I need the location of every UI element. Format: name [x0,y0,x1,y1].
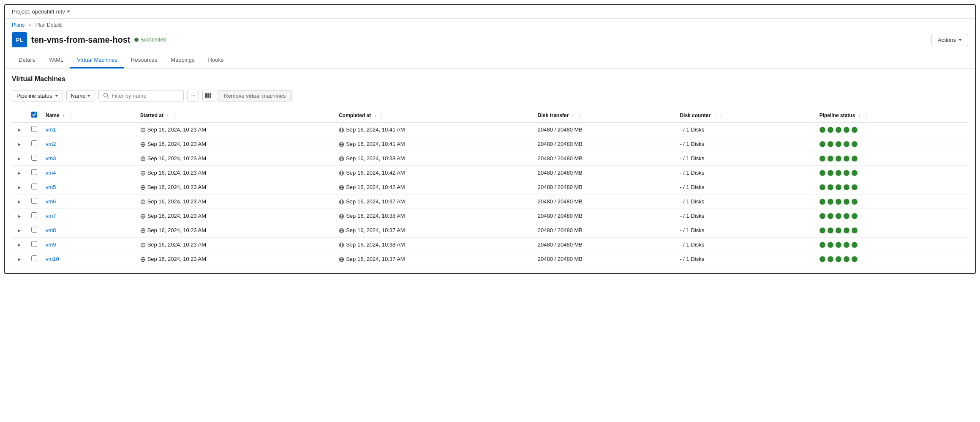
started-sort-icon[interactable]: ↕ [166,113,169,118]
actions-label: Actions [938,37,956,43]
row-disk-counter-cell: - / 1 Disks [675,252,815,266]
row-expand-button[interactable]: ▸ [16,170,23,176]
row-started-cell: Sep 16, 2024, 10:23 AM [136,151,335,166]
pipeline-dot-icon [836,141,841,147]
search-input[interactable] [112,93,179,99]
status-badge: Succeeded [134,37,166,43]
disk-transfer-sort-icon[interactable]: ↕ [572,113,574,118]
name-filter-label: Name [71,93,86,99]
row-checkbox[interactable] [31,184,37,189]
pipeline-dot-icon [844,156,849,162]
completed-sort-icon[interactable]: ↕ [374,113,377,118]
pipeline-dot-icon [828,256,833,262]
globe-icon [140,242,146,248]
pipeline-dot-icon [852,213,858,219]
tab-virtual-machines[interactable]: Virtual Machines [70,52,124,69]
pipeline-dot-icon [844,227,849,233]
search-arrow-button[interactable]: → [187,90,199,101]
row-checkbox[interactable] [31,155,37,161]
row-checkbox[interactable] [31,140,37,146]
project-selector[interactable]: Project: openshift-mtv [12,8,70,15]
pipeline-dot-icon [836,156,841,162]
table-row: ▸vm2Sep 16, 2024, 10:23 AMSep 16, 2024, … [12,137,968,151]
disk-counter-col-menu-icon[interactable]: ⋮ [719,113,724,118]
row-disk-transfer-cell: 20480 / 20480 MB [534,180,676,195]
row-completed-cell: Sep 16, 2024, 10:37 AM [335,195,534,209]
name-sort-icon[interactable]: ↕ [63,113,65,118]
row-completed-cell: Sep 16, 2024, 10:41 AM [335,123,534,137]
row-expand-cell: ▸ [12,180,27,195]
row-expand-button[interactable]: ▸ [16,213,23,219]
top-bar: Project: openshift-mtv [5,5,975,19]
row-checkbox[interactable] [31,241,37,247]
vm-table: Name ↕ ⋮ Started at ↕ ⋮ Completed at ↕ ⋮ [12,108,968,266]
globe-icon [140,228,146,233]
row-expand-button[interactable]: ▸ [16,184,23,191]
pipeline-status-filter[interactable]: Pipeline status [12,90,63,101]
row-checkbox[interactable] [31,227,37,233]
pipeline-col-menu-icon[interactable]: ⋮ [864,113,868,118]
completed-col-menu-icon[interactable]: ⋮ [379,113,384,118]
row-expand-button[interactable]: ▸ [16,198,23,205]
row-checkbox[interactable] [31,198,37,204]
globe-icon [140,257,146,262]
row-checkbox[interactable] [31,212,37,218]
pipeline-dot-icon [828,242,833,248]
tab-hooks[interactable]: Hooks [201,52,231,69]
actions-button[interactable]: Actions [931,34,968,46]
svg-rect-3 [207,93,209,98]
name-col-menu-icon[interactable]: ⋮ [68,113,73,118]
columns-toggle-button[interactable] [202,90,214,101]
row-expand-cell: ▸ [12,209,27,223]
globe-icon [140,170,146,176]
row-expand-button[interactable]: ▸ [16,256,23,263]
pipeline-dot-icon [819,227,825,233]
row-started-cell: Sep 16, 2024, 10:23 AM [136,209,335,223]
remove-vms-button[interactable]: Remove virtual machines [218,90,292,101]
pipeline-dot-icon [819,184,825,190]
disk-transfer-col-menu-icon[interactable]: ⋮ [577,113,582,118]
row-name-cell: vm1 [41,123,136,137]
row-started-cell: Sep 16, 2024, 10:23 AM [136,238,335,252]
row-started-cell: Sep 16, 2024, 10:23 AM [136,166,335,180]
row-disk-transfer-cell: 20480 / 20480 MB [534,238,676,252]
pipeline-dot-icon [844,170,849,176]
row-expand-button[interactable]: ▸ [16,241,23,248]
select-all-checkbox[interactable] [31,112,37,118]
section-title: Virtual Machines [12,75,968,83]
breadcrumb-plans-link[interactable]: Plans [12,22,24,28]
disk-counter-sort-icon[interactable]: ↕ [713,113,716,118]
row-disk-transfer-cell: 20480 / 20480 MB [534,166,676,180]
row-expand-button[interactable]: ▸ [16,155,23,162]
pipeline-dots [819,127,964,133]
row-checkbox[interactable] [31,255,37,261]
pipeline-dot-icon [828,127,833,133]
tab-details[interactable]: Details [12,52,42,69]
row-checkbox[interactable] [31,169,37,175]
tab-mappings[interactable]: Mappings [164,52,201,69]
row-name-cell: vm8 [41,223,136,238]
columns-icon [205,92,212,99]
name-filter[interactable]: Name [66,90,95,101]
search-input-wrap[interactable] [98,90,184,101]
started-col-menu-icon[interactable]: ⋮ [172,113,177,118]
row-expand-button[interactable]: ▸ [16,141,23,148]
row-expand-button[interactable]: ▸ [16,227,23,234]
row-name-cell: vm3 [41,151,136,166]
pipeline-sort-icon[interactable]: ↕ [858,113,861,118]
tab-yaml[interactable]: YAML [42,52,70,69]
row-checkbox-cell [27,195,41,209]
row-disk-transfer-cell: 20480 / 20480 MB [534,151,676,166]
row-checkbox-cell [27,209,41,223]
row-completed-cell: Sep 16, 2024, 10:38 AM [335,209,534,223]
page-title: ten-vms-from-same-host [31,35,130,45]
table-row: ▸vm7Sep 16, 2024, 10:23 AMSep 16, 2024, … [12,209,968,223]
row-checkbox[interactable] [31,126,37,132]
row-disk-counter-cell: - / 1 Disks [675,180,815,195]
pipeline-dot-icon [828,170,833,176]
row-checkbox-cell [27,137,41,151]
pipeline-dot-icon [819,213,825,219]
tab-resources[interactable]: Resources [124,52,164,69]
row-expand-button[interactable]: ▸ [16,126,23,133]
project-label: Project: openshift-mtv [12,8,65,15]
